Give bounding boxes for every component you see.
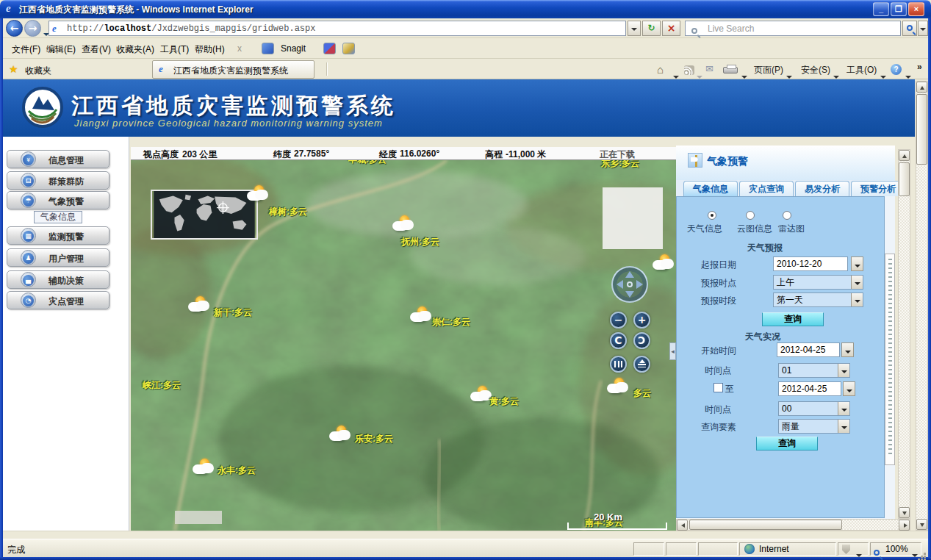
sidebar-item-monitor-warning[interactable]: ▦ 监测预警 [7, 226, 109, 245]
refresh-button[interactable]: ↻ [642, 21, 661, 36]
panel-vertical-scrollbar[interactable] [898, 149, 910, 519]
radio-label[interactable]: 雷达图 [778, 223, 805, 235]
weather-icon[interactable] [410, 306, 432, 325]
sidebar-item-weather-warning[interactable]: ☂ 气象预警 [7, 191, 109, 209]
query-element-select[interactable]: 雨量 [778, 419, 850, 434]
pan-up-icon[interactable] [625, 271, 634, 278]
menu-favorites[interactable]: 收藏夹(A) [113, 42, 157, 57]
live-start-select[interactable]: 2012-04-25 [777, 342, 840, 357]
rotate-cw-button[interactable]: C [610, 332, 627, 349]
protected-dropdown-icon[interactable] [856, 547, 862, 560]
scroll-right-icon[interactable] [899, 520, 910, 531]
close-button[interactable]: × [908, 2, 924, 16]
forecast-time-select[interactable]: 上午 [773, 275, 863, 290]
favorites-button[interactable]: 收藏夹 [22, 63, 54, 79]
sidebar-item-decision-support[interactable]: ▄ 辅助决策 [7, 270, 109, 289]
forecast-period-select[interactable]: 第一天 [773, 292, 863, 307]
help-icon[interactable]: ? [891, 64, 902, 75]
menu-edit[interactable]: 编辑(E) [43, 42, 79, 57]
panel-collapse-handle[interactable]: ◂ [669, 342, 676, 360]
resize-grip[interactable] [924, 553, 926, 555]
sidebar-item-hazard-mgmt[interactable]: ◔ 灾点管理 [7, 291, 109, 309]
live-query-button[interactable]: 查询 [756, 437, 818, 450]
toolbar-close-icon[interactable]: x [234, 42, 245, 55]
tilt-horizon-button[interactable] [633, 356, 650, 373]
search-input[interactable]: Live Search [685, 21, 901, 36]
search-go-button[interactable] [902, 21, 917, 36]
scroll-down-icon[interactable] [916, 519, 927, 530]
sidebar-item-info-mgmt[interactable]: » 信息管理 [7, 150, 109, 168]
address-dropdown-button[interactable] [628, 21, 641, 36]
snagit-icon[interactable] [262, 43, 274, 54]
protected-mode-cell[interactable] [838, 542, 869, 556]
print-icon[interactable] [723, 67, 738, 73]
zoom-dropdown-icon[interactable] [912, 547, 918, 560]
live-hour1-select[interactable]: 01 [778, 363, 850, 378]
menu-view[interactable]: 查看(V) [79, 42, 114, 57]
scrollbar-thumb[interactable] [899, 162, 910, 196]
search-options-icon[interactable] [918, 21, 928, 36]
weather-icon[interactable] [607, 378, 629, 396]
home-icon[interactable]: ⌂ [657, 63, 664, 76]
to-checkbox[interactable] [713, 383, 723, 392]
forecast-date-dropdown-icon[interactable] [851, 256, 863, 271]
zoom-out-button[interactable]: − [610, 312, 627, 329]
tab-weather-info[interactable]: 气象信息 [683, 181, 738, 196]
maximize-button[interactable]: ❐ [891, 2, 907, 16]
world-overview-inset[interactable] [151, 190, 258, 240]
safety-menu[interactable]: 安全(S) [801, 64, 830, 76]
sidebar-item-group-defense[interactable]: ⊟ 群策群防 [7, 171, 109, 190]
weather-icon[interactable] [193, 459, 215, 477]
radio-weather-info[interactable] [708, 211, 716, 220]
forecast-query-button[interactable]: 查询 [762, 312, 824, 326]
live-start-dropdown-icon[interactable] [841, 342, 854, 357]
feeds-icon[interactable] [684, 65, 694, 75]
page-vertical-scrollbar[interactable] [916, 81, 928, 531]
to-label[interactable]: 至 [725, 383, 734, 395]
satellite-map[interactable]: 樟树:多云 抚州:多云 新干:多云 崇仁:多云 黄:多云 乐安:多云 永丰:多云… [131, 160, 676, 531]
back-button[interactable]: ← [6, 20, 23, 37]
scrollbar-thumb[interactable] [916, 94, 927, 165]
forecast-date-select[interactable]: 2010-12-20 [773, 256, 848, 271]
pan-down-icon[interactable] [625, 291, 634, 298]
weather-icon[interactable] [188, 296, 210, 315]
snagit-label[interactable]: Snagit [278, 42, 309, 55]
menu-tools[interactable]: 工具(T) [157, 42, 192, 57]
minimize-button[interactable]: _ [873, 2, 889, 16]
scroll-left-icon[interactable] [677, 520, 688, 531]
menu-help[interactable]: 帮助(H) [192, 42, 228, 57]
weather-icon[interactable] [247, 185, 269, 204]
panel-horizontal-scrollbar[interactable] [676, 519, 910, 531]
weather-icon[interactable] [329, 426, 351, 444]
pan-compass-control[interactable] [611, 266, 648, 303]
radio-label[interactable]: 天气信息 [687, 223, 722, 235]
page-menu[interactable]: 页面(P) [754, 64, 783, 76]
title-bar[interactable]: e 江西省地质灾害监测预警系统 - Windows Internet Explo… [0, 0, 931, 18]
tab-warning-analysis[interactable]: 预警分析 [851, 181, 905, 196]
live-end-select[interactable]: 2012-04-25 [778, 381, 841, 396]
page-tab[interactable]: e 江西省地质灾害监测预警系统 [152, 60, 314, 79]
scroll-up-icon[interactable] [916, 82, 927, 93]
rotate-ccw-button[interactable]: C [633, 332, 650, 349]
menu-file[interactable]: 文件(F) [9, 42, 43, 57]
pan-right-icon[interactable] [636, 280, 643, 289]
weather-icon[interactable] [653, 254, 675, 273]
snagit-capture-icon[interactable] [323, 43, 336, 54]
scroll-down-icon[interactable] [899, 507, 910, 518]
radio-label[interactable]: 云图信息 [737, 223, 772, 235]
tab-hazard-query[interactable]: 灾点查询 [739, 181, 794, 196]
collapsed-panel-strip[interactable] [885, 254, 895, 465]
zoom-in-button[interactable]: + [633, 312, 650, 329]
sidebar-subitem-weather-info[interactable]: 气象信息 [34, 211, 82, 223]
pan-left-icon[interactable] [617, 280, 623, 289]
radio-radar[interactable] [783, 211, 791, 220]
tools-menu[interactable]: 工具(O) [846, 64, 877, 76]
mail-icon[interactable]: ✉ [705, 63, 713, 74]
scrollbar-thumb[interactable] [689, 520, 842, 530]
tab-susceptibility[interactable]: 易发分析 [795, 181, 849, 196]
live-end-dropdown-icon[interactable] [843, 381, 855, 396]
zoom-cell[interactable]: 100% [870, 542, 921, 556]
live-hour2-select[interactable]: 00 [778, 401, 850, 416]
favorites-star-icon[interactable]: ★ [9, 63, 18, 75]
weather-icon[interactable] [392, 215, 414, 234]
